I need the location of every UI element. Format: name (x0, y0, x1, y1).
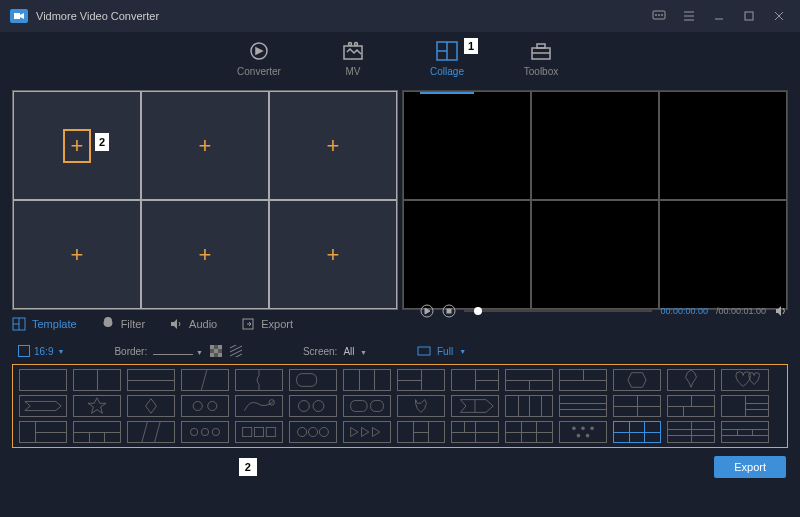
template-item[interactable] (73, 395, 121, 417)
template-item[interactable] (667, 369, 715, 391)
tab-converter[interactable]: Converter (232, 40, 286, 90)
template-item[interactable] (613, 395, 661, 417)
template-item[interactable] (73, 421, 121, 443)
svg-point-58 (212, 428, 219, 435)
template-item[interactable] (235, 395, 283, 417)
template-item[interactable] (721, 421, 769, 443)
collage-icon (436, 40, 458, 62)
tab-mv[interactable]: MV (326, 40, 380, 90)
template-item[interactable] (721, 369, 769, 391)
progress-slider[interactable] (464, 310, 652, 312)
template-item[interactable] (451, 421, 499, 443)
template-item[interactable] (613, 369, 661, 391)
svg-point-46 (193, 401, 202, 410)
collage-cell[interactable]: + 2 (13, 91, 141, 200)
add-icon: + (63, 129, 92, 163)
template-item[interactable] (343, 369, 391, 391)
chevron-down-icon: ▼ (459, 348, 466, 355)
template-item[interactable] (505, 421, 553, 443)
template-item[interactable] (559, 369, 607, 391)
add-icon: + (327, 242, 340, 268)
template-item[interactable] (721, 395, 769, 417)
template-item[interactable] (235, 421, 283, 443)
svg-rect-33 (214, 349, 218, 353)
template-item[interactable] (559, 395, 607, 417)
slider-thumb[interactable] (474, 307, 482, 315)
aspect-ratio-dropdown[interactable]: 16:9 ▼ (18, 345, 64, 357)
volume-icon[interactable] (774, 304, 788, 318)
template-item[interactable] (19, 369, 67, 391)
export-button[interactable]: Export (714, 456, 786, 478)
sub-tabs: Template Filter Audio Export 00:00:00.00… (0, 310, 800, 338)
full-dropdown[interactable]: Full ▼ (417, 346, 466, 357)
add-icon: + (199, 242, 212, 268)
template-item[interactable] (505, 395, 553, 417)
preview-grid (402, 90, 788, 310)
tab-toolbox[interactable]: Toolbox (514, 40, 568, 90)
chat-icon[interactable] (648, 5, 670, 27)
chevron-down-icon: ▼ (57, 348, 64, 355)
play-button[interactable] (420, 304, 434, 318)
template-item-selected[interactable] (613, 421, 661, 443)
template-item[interactable] (127, 421, 175, 443)
template-item[interactable] (19, 421, 67, 443)
subtab-audio[interactable]: Audio (169, 317, 217, 331)
border-group: Border: ▼ (114, 344, 243, 358)
svg-point-15 (355, 43, 358, 46)
subtab-template[interactable]: Template (12, 317, 77, 331)
svg-rect-36 (214, 353, 218, 357)
maximize-button[interactable] (738, 5, 760, 27)
screen-dropdown[interactable]: All ▼ (343, 346, 367, 357)
template-item[interactable] (19, 395, 67, 417)
time-total: /00:00:01.00 (716, 306, 766, 316)
template-item[interactable] (343, 421, 391, 443)
svg-rect-28 (447, 309, 451, 313)
svg-point-69 (586, 434, 590, 438)
minimize-button[interactable] (708, 5, 730, 27)
template-item[interactable] (289, 369, 337, 391)
close-button[interactable] (768, 5, 790, 27)
pattern-button[interactable] (229, 344, 243, 358)
svg-point-3 (659, 15, 660, 16)
template-item[interactable] (181, 369, 229, 391)
subtab-filter[interactable]: Filter (101, 317, 145, 331)
template-item[interactable] (181, 421, 229, 443)
subtab-export[interactable]: Export (241, 317, 293, 331)
template-item[interactable] (559, 421, 607, 443)
template-item[interactable] (289, 421, 337, 443)
template-item[interactable] (397, 421, 445, 443)
template-item[interactable] (235, 369, 283, 391)
collage-cell[interactable]: + (269, 91, 397, 200)
template-item[interactable] (667, 421, 715, 443)
border-style-dropdown[interactable]: ▼ (153, 346, 203, 357)
template-item[interactable] (505, 369, 553, 391)
template-item[interactable] (451, 395, 499, 417)
svg-rect-31 (218, 345, 222, 349)
template-item[interactable] (181, 395, 229, 417)
full-label: Full (437, 346, 453, 357)
svg-point-57 (201, 428, 208, 435)
collage-cell[interactable]: + (269, 200, 397, 309)
template-item[interactable] (343, 395, 391, 417)
template-row (19, 421, 781, 443)
template-item[interactable] (397, 369, 445, 391)
color-picker-button[interactable] (209, 344, 223, 358)
collage-cell[interactable]: + (141, 200, 269, 309)
template-item[interactable] (397, 395, 445, 417)
player-controls: 00:00:00.00/00:00:01.00 (420, 304, 788, 318)
template-row (19, 395, 781, 417)
svg-point-67 (590, 427, 594, 431)
stop-button[interactable] (442, 304, 456, 318)
svg-rect-34 (218, 349, 222, 353)
template-item[interactable] (73, 369, 121, 391)
svg-rect-60 (254, 427, 263, 436)
tab-collage[interactable]: Collage 1 (420, 40, 474, 90)
menu-icon[interactable] (678, 5, 700, 27)
collage-cell[interactable]: + (141, 91, 269, 200)
template-item[interactable] (127, 395, 175, 417)
collage-cell[interactable]: + (13, 200, 141, 309)
template-item[interactable] (127, 369, 175, 391)
template-item[interactable] (667, 395, 715, 417)
template-item[interactable] (289, 395, 337, 417)
template-item[interactable] (451, 369, 499, 391)
